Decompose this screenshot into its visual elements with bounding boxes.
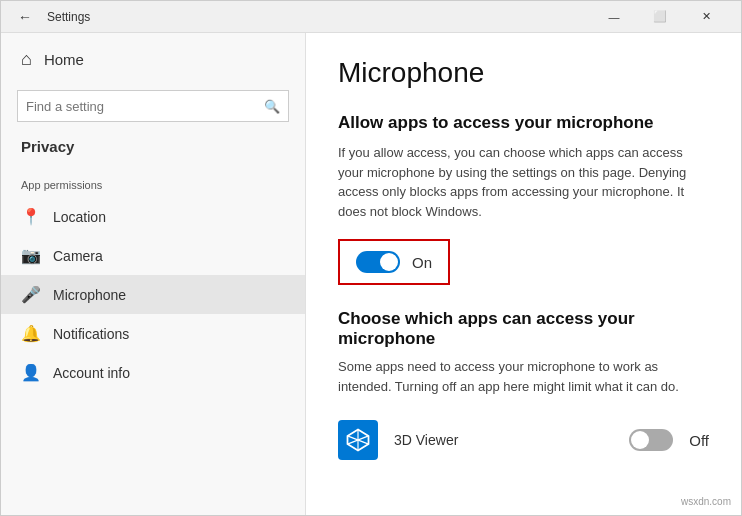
sidebar-item-camera-label: Camera — [53, 248, 103, 264]
microphone-icon: 🎤 — [21, 285, 39, 304]
content-area: Microphone Allow apps to access your mic… — [306, 33, 741, 515]
privacy-section-label: Privacy — [1, 134, 305, 167]
sidebar-item-notifications[interactable]: 🔔 Notifications — [1, 314, 305, 353]
account-info-icon: 👤 — [21, 363, 39, 382]
microphone-toggle[interactable] — [356, 251, 400, 273]
section1-heading: Allow apps to access your microphone — [338, 113, 709, 133]
sidebar-item-account-info[interactable]: 👤 Account info — [1, 353, 305, 392]
app-row-3d-viewer: 3D Viewer Off — [338, 412, 709, 468]
main-content: ⌂ Home 🔍 Privacy App permissions 📍 Locat… — [1, 33, 741, 515]
close-button[interactable]: ✕ — [683, 1, 729, 33]
settings-window: ← Settings — ⬜ ✕ ⌂ Home 🔍 Privacy App pe… — [0, 0, 742, 516]
titlebar: ← Settings — ⬜ ✕ — [1, 1, 741, 33]
minimize-button[interactable]: — — [591, 1, 637, 33]
section2-heading: Choose which apps can access your microp… — [338, 309, 709, 349]
window-title: Settings — [47, 10, 591, 24]
home-label: Home — [44, 51, 84, 68]
watermark: wsxdn.com — [678, 495, 734, 508]
sidebar-item-camera[interactable]: 📷 Camera — [1, 236, 305, 275]
home-icon: ⌂ — [21, 49, 32, 70]
toggle-knob — [380, 253, 398, 271]
section1-description: If you allow access, you can choose whic… — [338, 143, 709, 221]
search-box[interactable]: 🔍 — [17, 90, 289, 122]
sidebar-item-notifications-label: Notifications — [53, 326, 129, 342]
maximize-button[interactable]: ⬜ — [637, 1, 683, 33]
toggle-on-label: On — [412, 254, 432, 271]
notifications-icon: 🔔 — [21, 324, 39, 343]
search-icon: 🔍 — [264, 99, 280, 114]
camera-icon: 📷 — [21, 246, 39, 265]
3d-viewer-toggle-label: Off — [689, 432, 709, 449]
location-icon: 📍 — [21, 207, 39, 226]
back-button[interactable]: ← — [13, 5, 37, 29]
sidebar-item-microphone-label: Microphone — [53, 287, 126, 303]
app-name-3d-viewer: 3D Viewer — [394, 432, 613, 448]
sidebar: ⌂ Home 🔍 Privacy App permissions 📍 Locat… — [1, 33, 306, 515]
section2-description: Some apps need to access your microphone… — [338, 357, 709, 396]
sidebar-item-microphone[interactable]: 🎤 Microphone — [1, 275, 305, 314]
search-input[interactable] — [26, 99, 264, 114]
sidebar-item-account-info-label: Account info — [53, 365, 130, 381]
page-title: Microphone — [338, 57, 709, 89]
sidebar-item-location-label: Location — [53, 209, 106, 225]
3d-viewer-toggle-knob — [631, 431, 649, 449]
window-controls: — ⬜ ✕ — [591, 1, 729, 33]
sidebar-home-button[interactable]: ⌂ Home — [1, 33, 305, 86]
3d-viewer-icon — [338, 420, 378, 460]
sidebar-item-location[interactable]: 📍 Location — [1, 197, 305, 236]
app-permissions-label: App permissions — [1, 167, 305, 197]
microphone-toggle-row: On — [338, 239, 450, 285]
3d-viewer-toggle[interactable] — [629, 429, 673, 451]
